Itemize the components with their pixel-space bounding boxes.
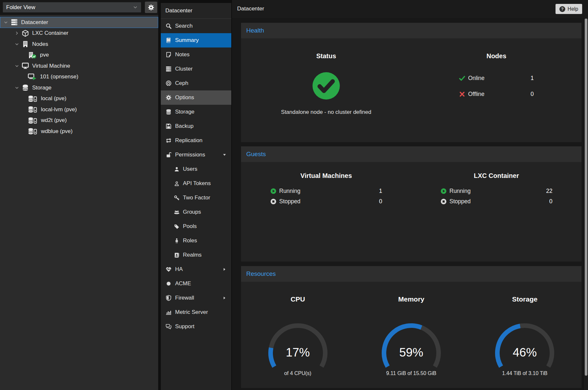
menu-item-label: Users <box>183 166 197 172</box>
menu-item-search[interactable]: Search <box>161 19 231 33</box>
resources-panel-header: Resources <box>241 266 582 282</box>
health-panel-header: Health <box>241 23 582 38</box>
resources-panel: Resources CPU 17% of 4 CPU(s) Memory <box>241 266 582 388</box>
running-icon <box>441 188 447 194</box>
menu-item-backup[interactable]: Backup <box>161 119 231 133</box>
menu-item-label: Search <box>175 23 193 29</box>
menu-item-ceph[interactable]: Ceph <box>161 76 231 90</box>
cube-icon <box>21 30 29 37</box>
menu-item-firewall[interactable]: Firewall <box>161 291 231 305</box>
gear-icon <box>165 95 172 101</box>
tree-item-label: wdblue (pve) <box>41 128 72 135</box>
arrow-down-icon[interactable] <box>223 153 226 157</box>
tree-settings-button[interactable] <box>145 2 157 13</box>
menu-item-label: Cluster <box>175 66 193 72</box>
menu-item-realms[interactable]: Realms <box>161 248 231 262</box>
tree-item-local-pve[interactable]: local (pve) <box>0 93 158 104</box>
tree-item-wdblue-pve[interactable]: wdblue (pve) <box>0 126 158 137</box>
menu-item-label: Replication <box>175 137 202 144</box>
online-label: Online <box>468 75 485 82</box>
menu-item-options[interactable]: Options <box>161 90 231 105</box>
virtual-machines-heading: Virtual Machines <box>300 172 352 180</box>
gear-icon <box>148 4 154 11</box>
tree-toolbar: Folder View <box>0 0 158 15</box>
resource-tree: DatacenterLXC ContainerNodespveVirtual M… <box>0 15 158 390</box>
health-panel: Health Status Standalone node - no clust… <box>241 23 582 142</box>
server-icon <box>10 19 18 26</box>
chevron-right-icon[interactable] <box>14 31 19 35</box>
menu-item-label: Support <box>175 323 195 330</box>
help-button[interactable]: ? Help <box>556 4 582 14</box>
menu-item-roles[interactable]: Roles <box>161 234 231 248</box>
menu-item-metric-server[interactable]: Metric Server <box>161 305 231 319</box>
cpu-gauge-column: CPU 17% of 4 CPU(s) <box>241 282 354 388</box>
guests-title: Guests <box>246 151 266 158</box>
chevron-down-icon[interactable] <box>3 20 8 25</box>
tree-item-101-opnsense[interactable]: 101 (opnsense) <box>0 72 158 83</box>
storage-drive-icon <box>27 117 38 124</box>
chart-bar-icon <box>165 309 172 315</box>
menu-item-permissions[interactable]: Permissions <box>161 148 231 162</box>
menu-item-two-factor[interactable]: Two Factor <box>161 191 231 205</box>
menu-item-label: Pools <box>183 223 197 230</box>
memory-gauge-column: Memory 59% 9.11 GiB of 15.50 GiB <box>354 282 468 388</box>
menu-item-label: Two Factor <box>183 195 210 201</box>
menu-item-notes[interactable]: Notes <box>161 47 231 62</box>
menu-item-cluster[interactable]: Cluster <box>161 62 231 76</box>
menu-header: Datacenter <box>161 3 231 19</box>
storage-drive-icon <box>27 106 38 113</box>
vertical-scrollbar[interactable] <box>583 18 588 390</box>
guests-panel-body: Virtual Machines Running 1 Stopped 0 LXC… <box>241 162 582 262</box>
lxc-running-label: Running <box>450 188 471 195</box>
menu-item-summary[interactable]: Summary <box>161 33 231 47</box>
status-heading: Status <box>316 52 336 60</box>
tree-item-local-lvm-pve[interactable]: local-lvm (pve) <box>0 104 158 115</box>
lxc-stopped-row: Stopped 0 <box>441 196 553 207</box>
tree-item-nodes[interactable]: Nodes <box>0 39 158 50</box>
online-count: 1 <box>530 75 534 82</box>
running-icon <box>270 188 276 194</box>
menu-item-replication[interactable]: Replication <box>161 133 231 148</box>
menu-item-users[interactable]: Users <box>161 162 231 176</box>
memory-gauge: 59% 9.11 GiB of 15.50 GiB <box>374 323 449 378</box>
view-mode-select[interactable]: Folder View <box>3 2 141 13</box>
menu-item-label: Metric Server <box>175 309 208 316</box>
menu-item-support[interactable]: Support <box>161 319 231 334</box>
tree-item-virtual-machine[interactable]: Virtual Machine <box>0 61 158 72</box>
shield-icon <box>165 295 172 301</box>
menu-item-label: Summary <box>175 37 199 44</box>
scrollbar-thumb[interactable] <box>585 19 587 376</box>
chevron-down-icon[interactable] <box>14 42 19 47</box>
menu-item-label: Storage <box>175 109 195 115</box>
menu-item-pools[interactable]: Pools <box>161 219 231 234</box>
menu-item-api-tokens[interactable]: API Tokens <box>161 176 231 191</box>
menu-item-storage[interactable]: Storage <box>161 105 231 119</box>
stopped-icon <box>270 198 276 205</box>
question-icon: ? <box>559 6 565 12</box>
menu-item-ha[interactable]: HA <box>161 262 231 276</box>
tree-item-label: local (pve) <box>41 95 66 102</box>
arrow-right-icon[interactable] <box>223 296 226 300</box>
menu-item-acme[interactable]: ACME <box>161 276 231 291</box>
menu-item-label: ACME <box>175 280 191 287</box>
chevron-down-icon[interactable] <box>14 86 19 90</box>
storage-drive-icon <box>27 95 38 102</box>
offline-label: Offline <box>468 91 484 98</box>
chevron-down-icon[interactable] <box>14 64 19 68</box>
tree-item-pve[interactable]: pve <box>0 50 158 61</box>
storage-gauge: 46% 1.44 TiB of 3.10 TiB <box>487 323 562 378</box>
arrow-right-icon[interactable] <box>223 267 226 271</box>
search-icon <box>165 23 172 29</box>
tree-item-lxc-container[interactable]: LXC Container <box>0 28 158 39</box>
resources-title: Resources <box>246 270 276 277</box>
tree-item-wd2t-pve[interactable]: wd2t (pve) <box>0 115 158 126</box>
cluster-icon <box>165 66 172 72</box>
vm-running-label: Running <box>279 188 300 195</box>
menu-item-groups[interactable]: Groups <box>161 205 231 219</box>
menu-item-label: Roles <box>183 237 197 244</box>
tree-item-datacenter[interactable]: Datacenter <box>0 17 158 28</box>
cpu-percent: 17% <box>261 346 335 359</box>
nodes-offline-row: Offline 0 <box>459 86 534 102</box>
tree-item-storage[interactable]: Storage <box>0 82 158 93</box>
cluster-status-message: Standalone node - no cluster defined <box>281 109 371 115</box>
